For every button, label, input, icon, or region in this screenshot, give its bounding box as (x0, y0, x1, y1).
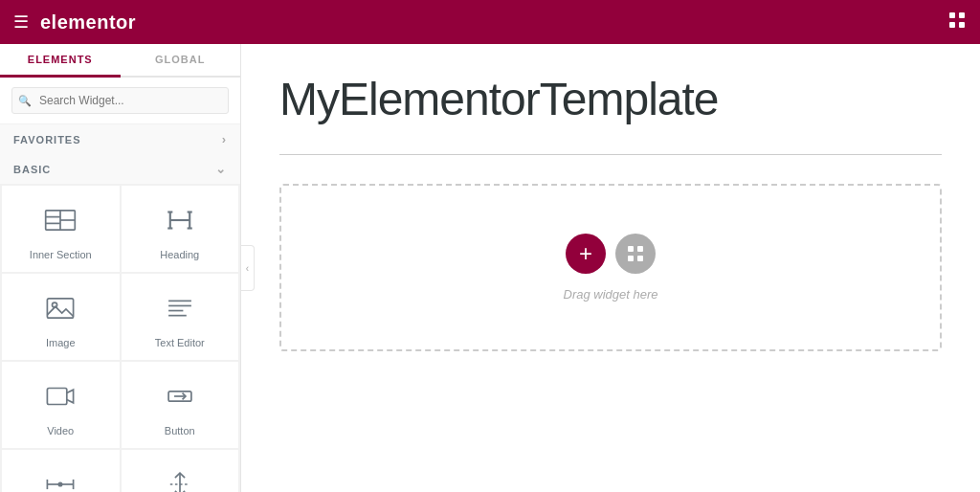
svg-rect-31 (628, 246, 634, 252)
hamburger-icon[interactable]: ☰ (13, 11, 29, 33)
main-canvas: MyElementorTemplate + Drag widget here (241, 44, 980, 492)
canvas-divider (279, 154, 942, 155)
widget-text-editor-label: Text Editor (155, 337, 205, 348)
widget-spacer[interactable]: Spacer (122, 450, 239, 492)
section-favorites-label: FAVORITES (13, 134, 81, 145)
button-icon (164, 380, 196, 417)
inner-section-icon (44, 204, 77, 241)
heading-icon (164, 204, 196, 241)
section-basic[interactable]: BASIC ⌄ (0, 154, 240, 184)
widget-video[interactable]: Video (2, 362, 120, 448)
sidebar-search (0, 78, 240, 124)
spacer-icon (164, 468, 196, 493)
section-basic-label: BASIC (13, 164, 51, 175)
svg-rect-32 (637, 246, 643, 252)
video-icon (44, 380, 77, 417)
grid-icon[interactable] (947, 11, 967, 34)
widget-inner-section-label: Inner Section (30, 249, 92, 260)
svg-rect-0 (949, 12, 955, 18)
section-favorites[interactable]: FAVORITES › (0, 124, 240, 154)
svg-rect-33 (628, 256, 634, 261)
drop-zone-buttons: + (566, 234, 656, 274)
widget-button[interactable]: Button (122, 362, 239, 448)
widget-heading-label: Heading (160, 249, 199, 260)
divider-icon (44, 468, 77, 493)
svg-rect-16 (48, 298, 74, 317)
svg-rect-2 (949, 22, 955, 28)
image-icon (44, 292, 77, 329)
widget-button-label: Button (165, 425, 195, 436)
text-editor-icon (164, 292, 196, 329)
svg-rect-1 (959, 12, 965, 18)
svg-rect-22 (48, 388, 67, 404)
top-bar: ☰ elementor (0, 0, 980, 44)
widget-video-label: Video (47, 425, 74, 436)
search-input[interactable] (11, 87, 229, 114)
svg-rect-34 (637, 256, 643, 261)
add-section-button[interactable] (615, 234, 656, 274)
logo-text: elementor (40, 11, 136, 34)
tab-global[interactable]: GLOBAL (121, 44, 241, 78)
widget-image-label: Image (46, 337, 76, 348)
sidebar-collapse-handle[interactable]: ‹ (241, 245, 255, 291)
add-widget-button[interactable]: + (566, 234, 606, 274)
widget-heading[interactable]: Heading (122, 186, 239, 272)
widget-divider[interactable]: Divider (2, 450, 120, 492)
chevron-left-icon: ‹ (246, 263, 249, 274)
sidebar: ELEMENTS GLOBAL FAVORITES › BASIC ⌄ (0, 44, 241, 492)
widget-inner-section[interactable]: Inner Section (2, 186, 120, 272)
sidebar-tabs: ELEMENTS GLOBAL (0, 44, 240, 78)
tab-elements[interactable]: ELEMENTS (0, 44, 121, 78)
widget-image[interactable]: Image (2, 274, 120, 360)
drop-zone: + Drag widget here (279, 184, 942, 351)
drop-hint: Drag widget here (564, 287, 658, 302)
chevron-down-icon: ⌄ (215, 162, 227, 176)
page-title: MyElementorTemplate (279, 73, 942, 125)
svg-rect-3 (959, 22, 965, 28)
widget-text-editor[interactable]: Text Editor (122, 274, 239, 360)
svg-point-26 (58, 481, 63, 486)
widgets-grid: Inner Section Heading (0, 184, 240, 492)
chevron-right-icon: › (222, 132, 227, 146)
